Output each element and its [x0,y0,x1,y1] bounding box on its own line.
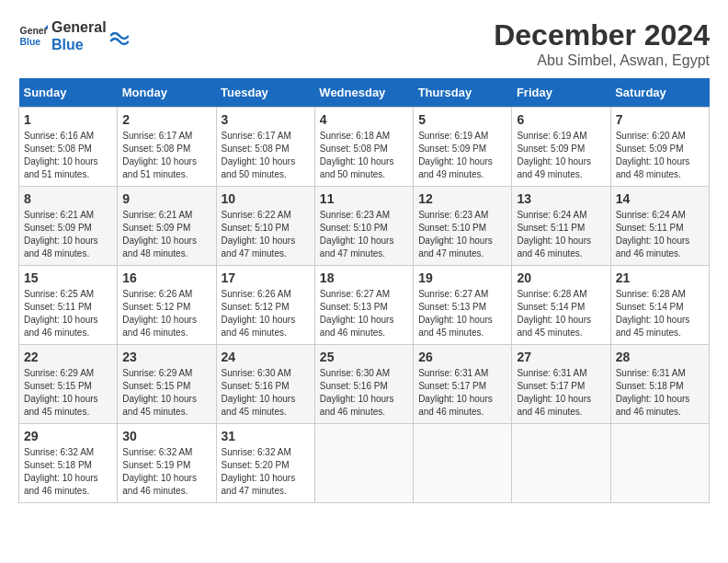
day-detail: Sunrise: 6:24 AMSunset: 5:11 PMDaylight:… [616,209,704,260]
day-number: 31 [222,429,310,443]
day-detail: Sunrise: 6:17 AMSunset: 5:08 PMDaylight:… [122,130,210,181]
calendar-cell: 8Sunrise: 6:21 AMSunset: 5:09 PMDaylight… [19,187,118,266]
day-detail: Sunrise: 6:28 AMSunset: 5:14 PMDaylight:… [517,288,605,339]
day-number: 9 [122,191,210,206]
day-number: 20 [517,270,605,285]
day-number: 7 [616,112,704,127]
title-area: December 2024 Abu Simbel, Aswan, Egypt [494,18,710,69]
calendar-cell: 10Sunrise: 6:22 AMSunset: 5:10 PMDayligh… [216,187,314,266]
day-detail: Sunrise: 6:30 AMSunset: 5:16 PMDaylight:… [320,367,408,419]
day-detail: Sunrise: 6:32 AMSunset: 5:19 PMDaylight:… [122,446,210,498]
day-of-week-header: Thursday [414,78,512,108]
day-number: 15 [24,270,112,285]
calendar-cell: 13Sunrise: 6:24 AMSunset: 5:11 PMDayligh… [512,187,610,266]
calendar-cell: 31Sunrise: 6:32 AMSunset: 5:20 PMDayligh… [216,424,314,503]
day-of-week-header: Saturday [610,78,709,108]
logo-line1: General [51,18,107,36]
day-detail: Sunrise: 6:29 AMSunset: 5:15 PMDaylight:… [24,367,112,419]
calendar-cell: 22Sunrise: 6:29 AMSunset: 5:15 PMDayligh… [19,345,118,424]
calendar-cell: 2Sunrise: 6:17 AMSunset: 5:08 PMDaylight… [118,108,216,187]
calendar-cell: 26Sunrise: 6:31 AMSunset: 5:17 PMDayligh… [414,345,512,424]
month-title: December 2024 [494,18,710,52]
calendar-cell: 12Sunrise: 6:23 AMSunset: 5:10 PMDayligh… [414,187,512,266]
day-detail: Sunrise: 6:22 AMSunset: 5:10 PMDaylight:… [222,209,310,260]
day-detail: Sunrise: 6:28 AMSunset: 5:14 PMDaylight:… [616,288,704,339]
day-detail: Sunrise: 6:21 AMSunset: 5:09 PMDaylight:… [24,209,112,260]
day-detail: Sunrise: 6:23 AMSunset: 5:10 PMDaylight:… [418,209,506,260]
day-number: 22 [24,350,112,364]
calendar-cell: 4Sunrise: 6:18 AMSunset: 5:08 PMDaylight… [314,108,413,187]
day-of-week-header: Wednesday [314,78,413,108]
calendar-cell: 14Sunrise: 6:24 AMSunset: 5:11 PMDayligh… [610,187,709,266]
day-detail: Sunrise: 6:19 AMSunset: 5:09 PMDaylight:… [418,130,506,181]
calendar-week-row: 15Sunrise: 6:25 AMSunset: 5:11 PMDayligh… [19,266,710,345]
day-detail: Sunrise: 6:18 AMSunset: 5:08 PMDaylight:… [320,130,408,181]
day-number: 26 [418,350,506,364]
day-detail: Sunrise: 6:29 AMSunset: 5:15 PMDaylight:… [122,367,210,419]
day-of-week-header: Sunday [19,78,118,108]
day-number: 28 [616,350,704,364]
day-number: 14 [616,191,704,206]
day-number: 17 [222,270,310,285]
day-detail: Sunrise: 6:31 AMSunset: 5:18 PMDaylight:… [616,367,704,419]
day-detail: Sunrise: 6:24 AMSunset: 5:11 PMDaylight:… [517,209,605,260]
day-of-week-header: Friday [512,78,610,108]
calendar-week-row: 8Sunrise: 6:21 AMSunset: 5:09 PMDaylight… [19,187,710,266]
day-detail: Sunrise: 6:26 AMSunset: 5:12 PMDaylight:… [122,288,210,339]
day-detail: Sunrise: 6:32 AMSunset: 5:18 PMDaylight:… [24,446,112,498]
calendar-cell [610,424,709,503]
day-detail: Sunrise: 6:19 AMSunset: 5:09 PMDaylight:… [517,130,605,181]
calendar-cell: 27Sunrise: 6:31 AMSunset: 5:17 PMDayligh… [512,345,610,424]
day-number: 30 [122,429,210,443]
calendar-cell [414,424,512,503]
logo-icon: General Blue [18,21,48,51]
calendar-cell: 28Sunrise: 6:31 AMSunset: 5:18 PMDayligh… [610,345,709,424]
calendar-body: 1Sunrise: 6:16 AMSunset: 5:08 PMDaylight… [19,108,710,503]
calendar-cell: 23Sunrise: 6:29 AMSunset: 5:15 PMDayligh… [118,345,216,424]
day-number: 11 [320,191,408,206]
day-number: 12 [418,191,506,206]
day-number: 8 [24,191,112,206]
day-detail: Sunrise: 6:26 AMSunset: 5:12 PMDaylight:… [222,288,310,339]
day-detail: Sunrise: 6:27 AMSunset: 5:13 PMDaylight:… [418,288,506,339]
calendar-cell [314,424,413,503]
svg-text:Blue: Blue [20,37,41,47]
day-number: 10 [222,191,310,206]
day-detail: Sunrise: 6:31 AMSunset: 5:17 PMDaylight:… [517,367,605,419]
day-number: 4 [320,112,408,127]
day-detail: Sunrise: 6:23 AMSunset: 5:10 PMDaylight:… [320,209,408,260]
calendar-cell: 5Sunrise: 6:19 AMSunset: 5:09 PMDaylight… [414,108,512,187]
day-detail: Sunrise: 6:30 AMSunset: 5:16 PMDaylight:… [222,367,310,419]
day-detail: Sunrise: 6:32 AMSunset: 5:20 PMDaylight:… [222,446,310,498]
day-detail: Sunrise: 6:16 AMSunset: 5:08 PMDaylight:… [24,130,112,181]
day-number: 19 [418,270,506,285]
calendar-cell: 9Sunrise: 6:21 AMSunset: 5:09 PMDaylight… [118,187,216,266]
day-detail: Sunrise: 6:21 AMSunset: 5:09 PMDaylight:… [122,209,210,260]
svg-text:General: General [20,27,48,37]
day-detail: Sunrise: 6:31 AMSunset: 5:17 PMDaylight:… [418,367,506,419]
day-of-week-header: Tuesday [216,78,314,108]
day-number: 3 [222,112,310,127]
logo: General Blue General Blue [18,18,129,53]
calendar-cell: 6Sunrise: 6:19 AMSunset: 5:09 PMDaylight… [512,108,610,187]
calendar-week-row: 1Sunrise: 6:16 AMSunset: 5:08 PMDaylight… [19,108,710,187]
day-number: 18 [320,270,408,285]
logo-line2: Blue [51,36,107,53]
calendar-cell: 30Sunrise: 6:32 AMSunset: 5:19 PMDayligh… [118,424,216,503]
calendar-cell: 25Sunrise: 6:30 AMSunset: 5:16 PMDayligh… [314,345,413,424]
header: General Blue General Blue December 2024 … [18,18,710,69]
day-number: 24 [222,350,310,364]
calendar-cell: 1Sunrise: 6:16 AMSunset: 5:08 PMDaylight… [19,108,118,187]
calendar-cell: 29Sunrise: 6:32 AMSunset: 5:18 PMDayligh… [19,424,118,503]
calendar-cell: 11Sunrise: 6:23 AMSunset: 5:10 PMDayligh… [314,187,413,266]
day-number: 5 [418,112,506,127]
calendar-cell: 7Sunrise: 6:20 AMSunset: 5:09 PMDaylight… [610,108,709,187]
calendar-week-row: 29Sunrise: 6:32 AMSunset: 5:18 PMDayligh… [19,424,710,503]
calendar-table: SundayMondayTuesdayWednesdayThursdayFrid… [18,78,710,503]
day-number: 21 [616,270,704,285]
day-number: 1 [24,112,112,127]
calendar-cell: 21Sunrise: 6:28 AMSunset: 5:14 PMDayligh… [610,266,709,345]
calendar-cell [512,424,610,503]
calendar-header: SundayMondayTuesdayWednesdayThursdayFrid… [19,78,710,108]
calendar-cell: 24Sunrise: 6:30 AMSunset: 5:16 PMDayligh… [216,345,314,424]
